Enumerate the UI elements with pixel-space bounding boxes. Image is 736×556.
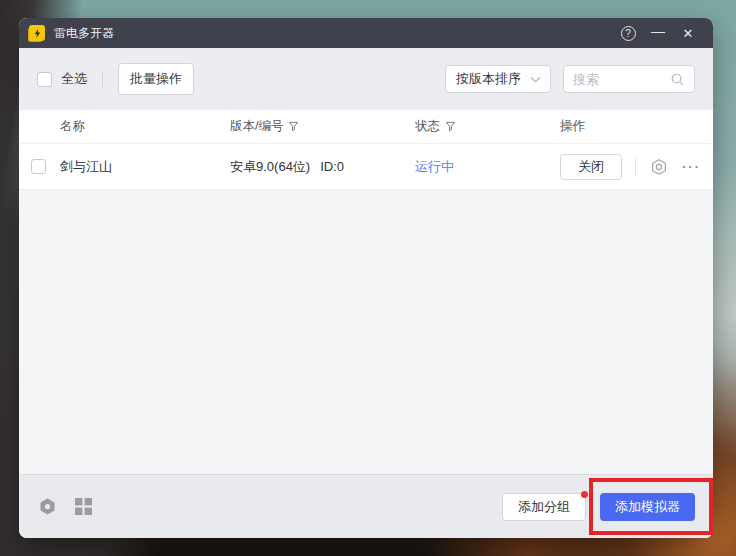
help-icon: ?	[621, 26, 636, 41]
select-all-label: 全选	[61, 70, 87, 88]
close-button[interactable]: ✕	[673, 18, 703, 48]
titlebar: 雷电多开器 ? — ✕	[19, 18, 713, 48]
actions-divider	[635, 158, 636, 176]
more-icon[interactable]: ···	[682, 159, 701, 174]
emulator-id: ID:0	[320, 159, 344, 174]
search-input[interactable]	[573, 72, 670, 87]
grid-view-icon[interactable]	[75, 498, 92, 515]
minimize-button[interactable]: —	[643, 18, 673, 48]
table-row: 剑与江山 安卓9.0(64位)ID:0 运行中 关闭 ···	[19, 144, 713, 190]
close-icon: ✕	[683, 26, 694, 41]
add-emulator-button[interactable]: 添加模拟器	[600, 493, 695, 521]
minimize-icon: —	[651, 23, 665, 39]
header-version: 版本/编号	[230, 118, 415, 135]
row-actions: 关闭 ···	[560, 154, 713, 180]
sort-dropdown-value: 按版本排序	[456, 70, 521, 88]
stop-emulator-button[interactable]: 关闭	[560, 154, 622, 180]
header-actions: 操作	[560, 118, 713, 135]
notification-dot	[581, 491, 588, 498]
filter-icon[interactable]	[445, 121, 456, 132]
lightning-icon	[32, 28, 43, 39]
help-button[interactable]: ?	[613, 18, 643, 48]
emulator-version: 安卓9.0(64位)ID:0	[230, 158, 415, 176]
empty-list-area	[19, 190, 713, 474]
toolbar-divider	[102, 71, 103, 87]
global-settings-icon[interactable]	[37, 496, 58, 517]
header-name: 名称	[60, 118, 230, 135]
status-badge: 运行中	[415, 158, 560, 176]
app-window: 雷电多开器 ? — ✕ 全选 批量操作 按版本排序	[19, 18, 713, 538]
filter-icon[interactable]	[288, 121, 299, 132]
app-logo-icon	[29, 25, 45, 41]
settings-icon[interactable]	[649, 157, 669, 177]
search-icon[interactable]	[670, 72, 685, 87]
select-all-checkbox[interactable]	[37, 72, 52, 87]
emulator-name: 剑与江山	[60, 158, 230, 176]
toolbar: 全选 批量操作 按版本排序	[19, 48, 713, 110]
window-title: 雷电多开器	[54, 25, 114, 42]
add-group-button[interactable]: 添加分组	[502, 493, 586, 521]
sort-dropdown[interactable]: 按版本排序	[445, 65, 551, 93]
header-status: 状态	[415, 118, 560, 135]
batch-operations-button[interactable]: 批量操作	[118, 63, 194, 95]
search-box[interactable]	[563, 65, 695, 93]
chevron-down-icon	[530, 76, 541, 83]
table-header: 名称 版本/编号 状态 操作	[19, 110, 713, 144]
footer-bar: 添加分组 添加模拟器	[19, 474, 713, 538]
row-checkbox[interactable]	[31, 159, 46, 174]
